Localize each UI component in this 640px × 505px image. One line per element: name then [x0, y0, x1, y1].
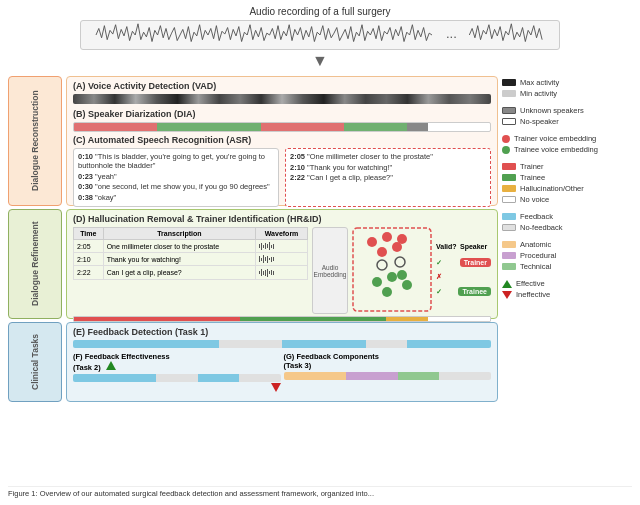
svg-text:...: ... [446, 26, 457, 41]
anatomic-color [502, 241, 516, 248]
no-feedback-color-item: No-feedback [502, 223, 632, 232]
mini-waveform-1 [259, 242, 274, 250]
ref-data-table: Time Transcription Waveform 2:05 One mil… [73, 227, 308, 280]
mini-waveform-2 [259, 255, 274, 263]
trainee-voice-dot [502, 146, 510, 154]
trainee-badge-3: Trainee [458, 287, 491, 296]
content-area: (A) Voice Activity Detection (VAD) (B) S… [66, 76, 498, 480]
trainee-voice-item: Trainee voice embedding [502, 145, 632, 154]
speaker-header: Speaker [460, 243, 487, 250]
svg-point-7 [397, 234, 407, 244]
check-mark-1: ✓ [436, 259, 456, 267]
dialogue-reconstruction-section: (A) Voice Activity Detection (VAD) (B) S… [66, 76, 498, 206]
asr-box-left: 0:10 "This is bladder, you're going to g… [73, 148, 279, 207]
asr-entry-6: 2:10 "Thank you for watching!" [290, 163, 486, 172]
asr-entry-7: 2:22 "Can I get a clip, please?" [290, 173, 486, 182]
audio-title: Audio recording of a full surgery [249, 6, 390, 17]
table-row: 2:22 Can I get a clip, please? [74, 266, 308, 280]
trainee-color-label: Trainee [520, 173, 545, 182]
right-legend: Max activity Min activity Unknown speake… [502, 76, 632, 480]
feedback-legend: Feedback No-feedback [502, 212, 632, 232]
audio-waveform: // Just static SVG bars for waveform ... [80, 20, 560, 50]
table-row: 2:10 Thank you for watching! [74, 253, 308, 266]
feedback-detection-title: (E) Feedback Detection (Task 1) [73, 327, 491, 337]
svg-point-9 [387, 272, 397, 282]
neural-network-viz [352, 227, 432, 314]
text-cell: One millimeter closer to the prostate [103, 240, 256, 253]
feedback-detection-bar [73, 340, 491, 348]
svg-rect-2 [353, 228, 431, 311]
technical-color [502, 263, 516, 270]
down-arrow: ▼ [312, 52, 328, 70]
col-time: Time [74, 228, 104, 240]
trainer-color-item: Trainer [502, 162, 632, 171]
vs-row-2: ✗ [436, 273, 491, 281]
text-cell: Can I get a clip, please? [103, 266, 256, 280]
feedback-color-label: Feedback [520, 212, 553, 221]
ineffective-triangle-down [271, 383, 281, 392]
trainer-voice-item: Trainer voice embedding [502, 134, 632, 143]
hallucination-color-label: Hallucination/Other [520, 184, 584, 193]
components-legend: Anatomic Procedural Technical [502, 240, 632, 271]
no-voice-color [502, 196, 516, 203]
technical-label: Technical [520, 262, 551, 271]
unknown-speakers-label: Unknown speakers [520, 106, 584, 115]
speaker-colors-legend: Trainer Trainee Hallucination/Other No v… [502, 162, 632, 204]
feedback-color-item: Feedback [502, 212, 632, 221]
effectiveness-subtitle: (Task 2) [73, 363, 101, 372]
audio-header: Audio recording of a full surgery // Jus… [8, 6, 632, 70]
vad-bar [73, 94, 491, 104]
no-voice-color-item: No voice [502, 195, 632, 204]
refinement-inner: Time Transcription Waveform 2:05 One mil… [73, 227, 491, 314]
hallucination-color-item: Hallucination/Other [502, 184, 632, 193]
time-cell: 2:22 [74, 266, 104, 280]
time-cell: 2:05 [74, 240, 104, 253]
svg-point-12 [397, 270, 407, 280]
trainer-badge-1: Trainer [460, 258, 491, 267]
wave-cell [256, 240, 308, 253]
effective-triangle-icon [502, 280, 512, 288]
time-cell: 2:10 [74, 253, 104, 266]
feedback-row2: (F) Feedback Effectiveness (Task 2) [73, 352, 491, 392]
technical-item: Technical [502, 262, 632, 271]
asr-entry-5: 2:05 "One millimeter closer to the prost… [290, 152, 486, 161]
sections-wrapper: Dialogue Reconstruction Dialogue Refinem… [8, 76, 632, 480]
main-container: Audio recording of a full surgery // Jus… [0, 0, 640, 505]
components-title: (G) Feedback Components [284, 352, 379, 361]
valid-header: Valid? [436, 243, 456, 250]
no-feedback-color [502, 224, 516, 231]
unknown-speakers-item: Unknown speakers [502, 106, 632, 115]
wave-cell [256, 266, 308, 280]
trainee-color [502, 174, 516, 181]
valid-speaker-col: Valid? Speaker ✓ Trainer ✗ ✓ [436, 227, 491, 314]
min-activity-label: Min activity [520, 89, 557, 98]
trainee-color-item: Trainee [502, 173, 632, 182]
svg-point-8 [372, 277, 382, 287]
dialogue-reconstruction-label: Dialogue Reconstruction [8, 76, 62, 206]
check-mark-3: ✓ [436, 288, 454, 296]
min-activity-color [502, 90, 516, 97]
asr-area: 0:10 "This is bladder, you're going to g… [73, 148, 491, 207]
vs-row-1: ✓ Trainer [436, 258, 491, 267]
no-feedback-color-label: No-feedback [520, 223, 563, 232]
vs-row-3: ✓ Trainee [436, 287, 491, 296]
effective-label: Effective [516, 279, 545, 288]
asr-entry-4: 0:38 "okay" [78, 193, 274, 202]
svg-point-4 [382, 232, 392, 242]
dia-bar [73, 122, 491, 132]
max-activity-color [502, 79, 516, 86]
no-speaker-label: No-speaker [520, 117, 559, 126]
asr-box-right: 2:05 "One millimeter closer to the prost… [285, 148, 491, 207]
asr-entry-2: 0:23 "yeah" [78, 172, 274, 181]
max-activity-item: Max activity [502, 78, 632, 87]
clinical-tasks-label: Clinical Tasks [8, 322, 62, 402]
min-activity-item: Min activity [502, 89, 632, 98]
ineffective-label: Ineffective [516, 290, 550, 299]
no-speaker-color [502, 118, 516, 125]
svg-point-6 [377, 247, 387, 257]
components-label: (G) Feedback Components (Task 3) [284, 352, 492, 370]
text-cell: Thank you for watching! [103, 253, 256, 266]
clinical-inner: (E) Feedback Detection (Task 1) (F) Feed… [73, 327, 491, 392]
max-activity-label: Max activity [520, 78, 559, 87]
components-subtitle: (Task 3) [284, 361, 312, 370]
